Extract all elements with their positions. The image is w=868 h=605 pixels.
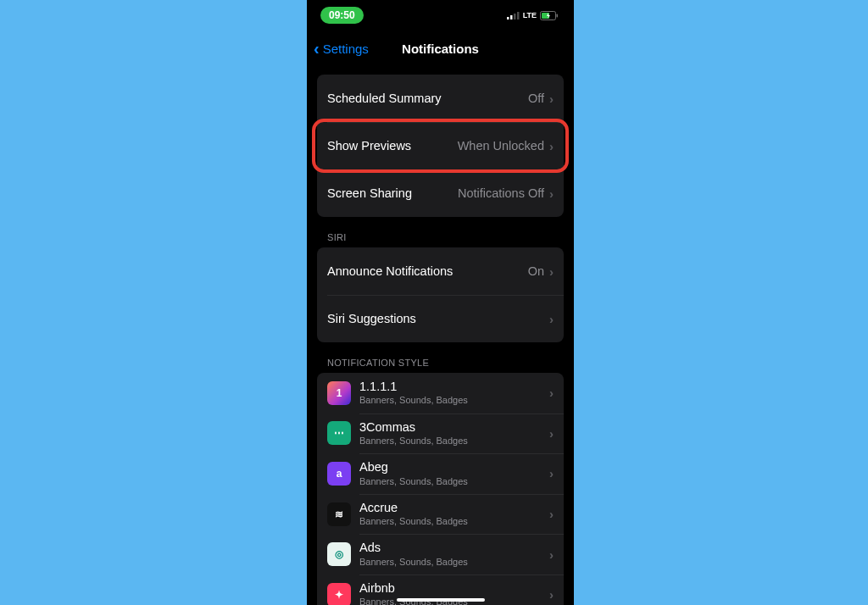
back-label: Settings [323,42,369,56]
svg-rect-6 [557,14,559,17]
chevron-right-icon: › [549,139,554,153]
apps-group: 11.1.1.1Banners, Sounds, Badges›⋯3Commas… [317,373,564,605]
app-name: Accrue [359,501,549,515]
app-name: Ads [359,541,549,555]
app-subtitle: Banners, Sounds, Badges [359,516,549,527]
app-icon: 1 [327,381,351,405]
row-label: Scheduled Summary [327,92,528,105]
row-label: Show Previews [327,139,458,153]
row-value: Notifications Off [458,186,544,200]
home-indicator[interactable] [397,598,485,602]
svg-rect-0 [507,17,509,19]
battery-charging-icon [540,11,559,20]
chevron-right-icon: › [549,466,554,480]
app-text: AbegBanners, Sounds, Badges [359,460,549,487]
app-subtitle: Banners, Sounds, Badges [359,436,549,447]
chevron-right-icon: › [549,264,554,279]
row-label: Screen Sharing [327,186,458,200]
chevron-right-icon: › [549,587,554,602]
row-value: When Unlocked [458,139,544,153]
app-icon: ✦ [327,583,351,605]
siri-row[interactable]: Announce NotificationsOn› [317,247,564,295]
app-text: AdsBanners, Sounds, Badges [359,541,549,568]
app-row[interactable]: 11.1.1.1Banners, Sounds, Badges› [317,373,564,414]
svg-rect-3 [517,12,520,19]
app-icon: ◎ [327,542,351,566]
app-icon: ⋯ [327,421,351,445]
siri-group: Announce NotificationsOn›Siri Suggestion… [317,247,564,342]
general-row[interactable]: Show PreviewsWhen Unlocked› [317,122,564,169]
app-name: Abeg [359,460,549,475]
app-icon: a [327,462,351,486]
chevron-right-icon: › [549,507,554,521]
svg-rect-2 [514,14,516,19]
app-icon: ≋ [327,502,351,526]
app-subtitle: Banners, Sounds, Badges [359,557,549,568]
app-name: 1.1.1.1 [359,380,549,394]
network-label: LTE [523,11,537,19]
section-header-style: NOTIFICATION STYLE [327,358,554,368]
row-label: Siri Suggestions [327,312,549,325]
status-right: LTE [507,11,559,20]
chevron-right-icon: › [549,186,554,201]
app-subtitle: Banners, Sounds, Badges [359,395,549,406]
app-row[interactable]: ◎AdsBanners, Sounds, Badges› [317,534,564,574]
chevron-right-icon: › [549,547,554,562]
row-label: Announce Notifications [327,264,528,278]
row-value: On [528,264,544,278]
content-scroll[interactable]: Scheduled SummaryOff›Show PreviewsWhen U… [307,63,574,605]
signal-icon [507,11,520,19]
chevron-right-icon: › [549,92,554,106]
general-group: Scheduled SummaryOff›Show PreviewsWhen U… [317,75,564,217]
svg-rect-1 [510,15,513,19]
status-time-pill[interactable]: 09:50 [320,7,364,24]
chevron-right-icon: › [549,426,554,441]
section-header-siri: SIRI [327,232,554,242]
app-text: AccrueBanners, Sounds, Badges [359,501,549,528]
app-row[interactable]: ⋯3CommasBanners, Sounds, Badges› [317,414,564,454]
app-row[interactable]: ≋AccrueBanners, Sounds, Badges› [317,494,564,535]
app-text: 1.1.1.1Banners, Sounds, Badges [359,380,549,407]
chevron-right-icon: › [549,312,554,326]
chevron-right-icon: › [549,386,554,400]
siri-row[interactable]: Siri Suggestions› [317,295,564,342]
phone-frame: 09:50 LTE ‹ [307,0,574,605]
status-bar: 09:50 LTE [307,0,574,31]
app-text: 3CommasBanners, Sounds, Badges [359,420,549,447]
app-subtitle: Banners, Sounds, Badges [359,476,549,487]
row-value: Off [528,92,544,105]
nav-bar: ‹ Settings Notifications [307,34,574,63]
app-name: 3Commas [359,420,549,435]
back-button[interactable]: ‹ Settings [314,40,369,57]
app-row[interactable]: aAbegBanners, Sounds, Badges› [317,453,564,494]
app-name: Airbnb [359,581,549,596]
general-row[interactable]: Screen SharingNotifications Off› [317,169,564,217]
general-row[interactable]: Scheduled SummaryOff› [317,75,564,122]
chevron-left-icon: ‹ [314,40,320,57]
